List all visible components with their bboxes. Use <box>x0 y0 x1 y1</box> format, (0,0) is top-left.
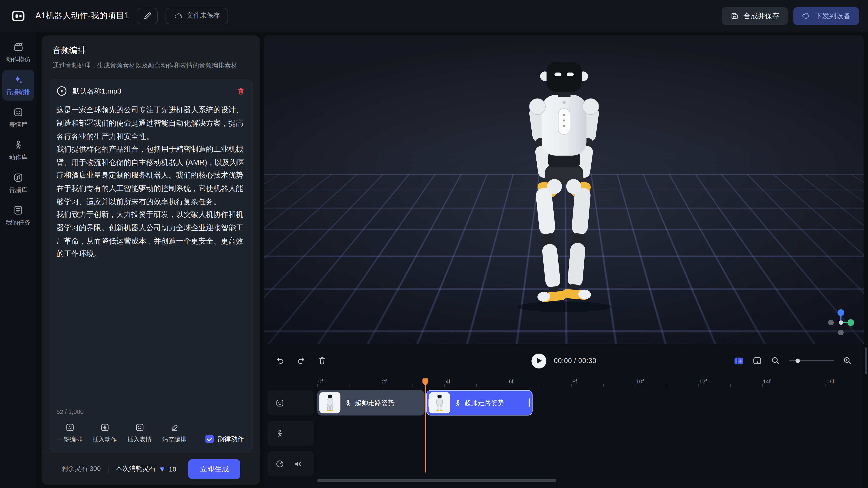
action-clip-icon <box>455 399 461 406</box>
sidebar-item-audio-library[interactable]: 音频库 <box>2 168 34 199</box>
view-axis-gizmo[interactable] <box>826 308 856 337</box>
undo-button[interactable] <box>275 356 285 366</box>
playhead-line <box>425 385 426 473</box>
one-click-arrange-button[interactable]: AI 一键编排 <box>58 423 82 444</box>
timeline-zoom-slider[interactable] <box>789 357 834 365</box>
audio-arrange-panel: 音频编排 通过音频处理，生成音频素材以及融合动作和表情的音频编排素材 默认名称1… <box>41 35 260 485</box>
zoom-out-button[interactable] <box>771 356 780 366</box>
time-display: 00:00 / 00:30 <box>554 357 596 365</box>
tool-label: 插入表情 <box>127 435 152 444</box>
play-icon[interactable] <box>57 86 67 96</box>
clip-label-text: 超帅走路姿势 <box>355 398 395 408</box>
rhythm-track-icon <box>275 459 285 468</box>
rhythm-checkbox[interactable] <box>206 435 214 443</box>
sidebar: 动作模仿 音频编排 表情库 动作库 <box>0 32 37 488</box>
view-controls <box>734 355 852 366</box>
generate-button[interactable]: 立即生成 <box>188 459 241 479</box>
timeline-clip[interactable]: 超帅走路姿势 <box>317 390 425 416</box>
sidebar-item-action-library[interactable]: 动作库 <box>2 135 34 166</box>
gem-cost-value: 10 <box>169 465 176 473</box>
sidebar-item-label: 动作库 <box>9 153 27 162</box>
topbar-actions: 合成并保存 下发到设备 <box>722 7 859 25</box>
sidebar-item-label: 动作模仿 <box>6 55 31 64</box>
sidebar-item-motion-imitation[interactable]: 动作模仿 <box>2 37 34 68</box>
zoom-in-icon <box>842 356 852 366</box>
deploy-label: 下发到设备 <box>815 11 851 21</box>
app-root: A1机器人动作-我的项目1 文件未保存 合成并保存 <box>0 0 868 488</box>
insert-expression-icon <box>135 423 144 432</box>
compose-save-button[interactable]: 合成并保存 <box>722 7 787 25</box>
speaker-track-icon <box>293 459 303 468</box>
tool-label: 插入动作 <box>92 435 117 444</box>
deploy-button[interactable]: 下发到设备 <box>793 7 859 25</box>
rhythm-label: 韵律动作 <box>217 434 244 444</box>
timeline-horizontal-scrollbar[interactable] <box>317 479 556 482</box>
sidebar-item-label: 表情库 <box>9 121 27 129</box>
zoom-slider-knob[interactable] <box>796 359 800 363</box>
timeline-ruler[interactable]: 0f 2f 4f 6f 8f 10f 12f 14f 16f <box>317 379 857 387</box>
undo-icon <box>275 356 285 366</box>
redo-icon <box>296 356 306 366</box>
clear-arrange-button[interactable]: 清空编排 <box>162 423 187 444</box>
tool-label: 清空编排 <box>162 435 187 444</box>
timeline-clip-selected[interactable]: 超帅走路姿势 <box>426 390 532 416</box>
insert-action-button[interactable]: 插入动作 <box>92 423 117 444</box>
compose-save-label: 合成并保存 <box>743 11 779 21</box>
ruler-label: 10f <box>636 379 644 385</box>
rename-button[interactable] <box>137 7 158 24</box>
redo-button[interactable] <box>296 356 306 366</box>
sidebar-item-expression-library[interactable]: 表情库 <box>2 102 34 133</box>
trash-icon <box>317 356 327 366</box>
pencil-icon <box>143 11 152 21</box>
expression-track-icon <box>275 398 285 408</box>
zoom-in-button[interactable] <box>842 356 852 366</box>
cloud-download-icon <box>802 11 810 20</box>
ruler-label: 2f <box>382 379 386 385</box>
keyframe-panel-button[interactable] <box>752 356 762 366</box>
save-status-label: 文件未保存 <box>187 11 220 21</box>
playback-controls-bar: 00:00 / 00:30 <box>264 344 864 377</box>
app-logo[interactable] <box>9 6 28 25</box>
audio-card-header: 默认名称1.mp3 <box>57 86 245 96</box>
action-track-icon <box>275 429 285 438</box>
panel-subtitle: 通过音频处理，生成音频素材以及融合动作和表情的音频编排素材 <box>53 61 249 70</box>
gem-cost-label: 本次消耗灵石 <box>116 464 156 474</box>
zoom-out-icon <box>771 356 780 366</box>
transport-controls: 00:00 / 00:30 <box>531 353 596 368</box>
top-bar: A1机器人动作-我的项目1 文件未保存 合成并保存 <box>0 0 868 32</box>
sidebar-item-label: 我的任务 <box>6 219 31 227</box>
audio-track-cell[interactable] <box>268 451 314 477</box>
add-clip-button[interactable] <box>734 355 744 366</box>
play-button[interactable] <box>531 353 546 368</box>
rhythm-action-toggle: 韵律动作 <box>206 434 244 444</box>
ruler-label: 4f <box>445 379 450 385</box>
action-library-icon <box>13 139 24 151</box>
audio-card: 默认名称1.mp3 这是一家全球领先的公司专注于先进机器人系统的设计、制造和部署… <box>49 79 253 453</box>
save-status: 文件未保存 <box>166 7 228 24</box>
playhead-pin[interactable] <box>423 379 429 386</box>
delete-clip-button[interactable] <box>317 356 327 366</box>
panel-title: 音频编排 <box>53 45 249 56</box>
playhead[interactable] <box>423 379 429 474</box>
app-logo-icon <box>11 8 26 23</box>
ruler-label: 14f <box>763 379 771 385</box>
3d-viewport[interactable] <box>264 35 864 344</box>
script-text-editor[interactable]: 这是一家全球领先的公司专注于先进机器人系统的设计、制造和部署我们的使命是通过智能… <box>57 104 245 406</box>
expression-track-cell[interactable] <box>268 390 314 416</box>
ruler-label: 6f <box>509 379 513 385</box>
clip-thumbnail <box>319 392 340 413</box>
action-track-cell[interactable] <box>268 420 314 446</box>
clear-arrange-icon <box>170 423 179 432</box>
sidebar-item-my-tasks[interactable]: 我的任务 <box>2 200 34 231</box>
panel-header: 音频编排 通过音频处理，生成音频素材以及融合动作和表情的音频编排素材 <box>41 35 260 70</box>
delete-audio-icon[interactable] <box>237 87 245 96</box>
cloud-icon <box>174 11 183 20</box>
clip-label-text: 超帅走路姿势 <box>465 398 504 408</box>
timeline-vertical-scrollbar[interactable] <box>865 348 867 374</box>
tool-label: 一键编排 <box>58 435 82 444</box>
insert-expression-button[interactable]: 插入表情 <box>127 423 152 444</box>
char-count: 52 / 1,000 <box>57 408 245 415</box>
sidebar-item-audio-arrange[interactable]: 音频编排 <box>2 70 34 101</box>
play-icon <box>537 358 541 363</box>
timeline: 0f 2f 4f 6f 8f 10f 12f 14f 16f <box>264 377 864 488</box>
